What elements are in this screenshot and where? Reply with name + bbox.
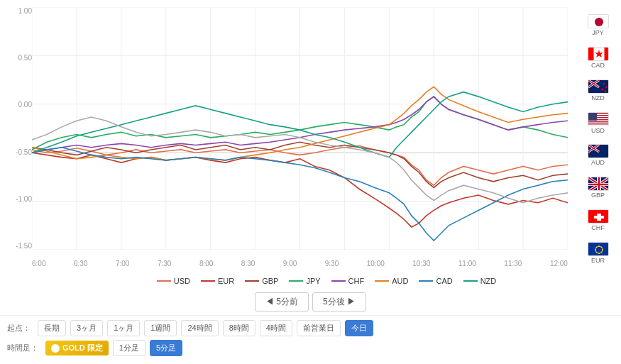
legend-cad-line — [419, 280, 433, 282]
period-btn-1m[interactable]: 1ヶ月 — [107, 320, 140, 336]
period-btn-24h[interactable]: 24時間 — [181, 320, 218, 336]
nav-buttons: ◀ 5分前 5分後 ▶ — [0, 289, 621, 315]
next-button[interactable]: 5分後 ▶ — [312, 292, 366, 311]
svg-point-62 — [600, 246, 602, 248]
flag-cad-image — [588, 47, 609, 61]
svg-rect-59 — [588, 243, 609, 256]
svg-rect-39 — [588, 122, 609, 123]
legend-jpy-label: JPY — [306, 277, 320, 285]
flag-eur[interactable]: EUR — [588, 242, 609, 264]
chart-legend-flags: JPY CAD — [575, 7, 621, 271]
prev-button[interactable]: ◀ 5分前 — [255, 292, 309, 311]
legend-jpy-line — [289, 280, 303, 282]
x-label-1030: 10:30 — [412, 260, 430, 268]
period-btn-prevday[interactable]: 前営業日 — [297, 320, 341, 336]
period-btn-today[interactable]: 今日 — [345, 320, 373, 336]
period-btn-chouki[interactable]: 長期 — [38, 320, 66, 336]
flag-cad[interactable]: CAD — [588, 47, 609, 69]
flag-nzd-label: NZD — [591, 94, 605, 101]
x-label-600: 6:00 — [32, 260, 45, 268]
legend-nzd-line — [463, 280, 478, 282]
svg-point-31 — [605, 86, 607, 88]
flag-aud-label: AUD — [591, 159, 605, 166]
gold-badge: GOLD 限定 — [45, 341, 109, 355]
svg-point-67 — [595, 249, 596, 250]
flag-chf[interactable]: CHF — [588, 209, 609, 231]
flag-chf-label: CHF — [591, 224, 605, 231]
legend-gbp-label: GBP — [262, 277, 278, 285]
flag-gbp-label: GBP — [591, 192, 605, 199]
period-label: 起点： — [7, 323, 31, 333]
y-label-3: 0.00 — [18, 101, 32, 109]
legend-aud-label: AUD — [392, 277, 408, 285]
period-btn-4h[interactable]: 4時間 — [260, 320, 292, 336]
x-label-1100: 11:00 — [458, 260, 476, 268]
svg-point-63 — [602, 249, 603, 250]
x-label-800: 8:00 — [199, 260, 213, 268]
y-axis: 1.00 0.50 0.00 -0.50 -1.00 -1.50 — [4, 7, 32, 250]
svg-point-68 — [595, 246, 597, 248]
legend-gbp-line — [245, 280, 259, 282]
legend-eur: EUR — [201, 277, 234, 285]
svg-rect-40 — [588, 124, 609, 126]
period-btn-3m[interactable]: 3ヶ月 — [70, 320, 103, 336]
legend-aud-line — [375, 280, 389, 282]
flag-usd-label: USD — [591, 127, 605, 134]
y-label-2: 0.50 — [18, 54, 32, 62]
timeframe-label: 時間足： — [7, 343, 38, 353]
chart-svg — [32, 7, 568, 250]
svg-point-61 — [598, 246, 600, 247]
flag-gbp[interactable]: GBP — [588, 177, 609, 199]
chart-left: 1.00 0.50 0.00 -0.50 -1.00 -1.50 — [0, 7, 575, 271]
legend-chf-label: CHF — [348, 277, 365, 285]
legend-eur-line — [201, 280, 215, 282]
y-label-4: -0.50 — [16, 148, 32, 156]
flag-aud[interactable]: AUD — [588, 144, 609, 166]
y-label-6: -1.50 — [16, 242, 32, 250]
svg-point-65 — [598, 253, 600, 254]
svg-rect-41 — [588, 113, 597, 121]
legend-nzd-label: NZD — [480, 277, 497, 285]
legend-chf: CHF — [331, 277, 365, 285]
flag-gbp-image — [588, 177, 609, 191]
flag-chf-image — [588, 209, 609, 224]
legend-usd-label: USD — [174, 277, 190, 285]
tf-btn-5min[interactable]: 5分足 — [150, 340, 182, 356]
y-label-1: 1.00 — [18, 7, 32, 15]
svg-rect-58 — [594, 216, 604, 219]
period-btn-8h[interactable]: 8時間 — [223, 320, 255, 336]
x-label-1000: 10:00 — [367, 260, 385, 268]
legend-usd-line — [157, 280, 171, 282]
timeframe-control-row: 時間足： GOLD 限定 1分足 5分足 — [7, 340, 614, 356]
y-label-5: -1.00 — [16, 195, 32, 203]
chart-area: 1.00 0.50 0.00 -0.50 -1.00 -1.50 — [0, 7, 621, 271]
flag-jpy-image — [588, 14, 609, 28]
svg-point-66 — [595, 251, 597, 253]
x-label-930: 9:30 — [325, 260, 339, 268]
x-label-1130: 11:30 — [504, 260, 522, 268]
legend-cad-label: CAD — [436, 277, 452, 285]
legend-aud: AUD — [375, 277, 408, 285]
legend-nzd: NZD — [463, 277, 497, 285]
period-btn-1w[interactable]: 1週間 — [144, 320, 177, 336]
tf-btn-1min[interactable]: 1分足 — [113, 340, 145, 356]
flag-cad-label: CAD — [591, 62, 605, 69]
flag-jpy[interactable]: JPY — [588, 14, 609, 36]
x-label-900: 9:00 — [283, 260, 297, 268]
svg-point-33 — [604, 90, 606, 92]
period-control-row: 起点： 長期 3ヶ月 1ヶ月 1週間 24時間 8時間 4時間 前営業日 今日 — [7, 320, 614, 336]
flag-nzd[interactable]: NZD — [588, 79, 609, 101]
x-label-630: 6:30 — [74, 260, 87, 268]
flag-usd[interactable]: USD — [588, 112, 609, 134]
x-label-830: 8:30 — [241, 260, 255, 268]
legend-gbp: GBP — [245, 277, 278, 285]
svg-point-64 — [600, 251, 602, 253]
flag-eur-image — [588, 242, 609, 256]
chart-legend-bar: USD EUR GBP JPY CHF AUD CAD NZD — [0, 271, 621, 289]
flag-jpy-label: JPY — [592, 29, 604, 36]
legend-eur-label: EUR — [218, 277, 234, 285]
svg-point-32 — [601, 88, 603, 90]
flag-nzd-image — [588, 79, 609, 94]
legend-chf-line — [331, 280, 346, 282]
legend-cad: CAD — [419, 277, 452, 285]
